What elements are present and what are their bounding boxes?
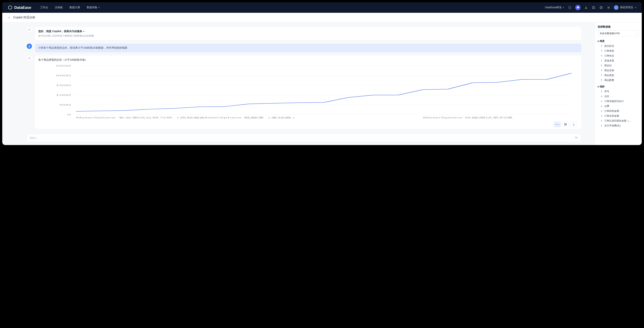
- brand-logo[interactable]: DataEase: [8, 5, 31, 10]
- field-label: 运费: [604, 104, 609, 108]
- metric-field[interactable]: #订单优惠折扣合计: [600, 100, 639, 103]
- help-icon[interactable]: [599, 6, 603, 10]
- svg-text:|MeterSphere 视频课（基础篇）: |MeterSphere 视频课（基础篇）: [200, 116, 298, 119]
- svg-point-9: [8, 17, 9, 18]
- number-type-icon: #: [600, 114, 603, 117]
- svg-point-1: [568, 6, 571, 9]
- svg-point-12: [9, 16, 9, 16]
- sidebar-title: 选择数据集: [598, 25, 639, 28]
- dataset-select-value: 未命名数据集0705: [600, 32, 620, 35]
- copilot-bot-icon[interactable]: [568, 6, 572, 10]
- dimension-field[interactable]: T订单状态: [600, 54, 639, 58]
- field-label: 支付手续费(出): [604, 124, 621, 127]
- user-query-text: 计算各个商品类型的总价，取结果大于100的前20条数据，并升序绘制折线图: [38, 46, 578, 50]
- text-type-icon: T: [600, 45, 603, 47]
- field-label: 订单类型: [604, 49, 614, 52]
- dimension-list: T真实姓名T订单类型T订单状态T渠道来源T商品IDT商品名称T商品类型T商品数量: [598, 44, 639, 82]
- svg-rect-19: [28, 57, 31, 59]
- nav-right: DataEase研发 ▼ 系统管理员: [545, 5, 636, 10]
- bot-chart-message: 各个商品类型的总价（大于100的前20条） 050010001500200025…: [27, 56, 581, 129]
- metrics-section-header[interactable]: ▾ 指标: [598, 85, 639, 88]
- greeting-hint: 您可以问我: 2020年各个销售部门销售额占比的饼图: [38, 34, 578, 38]
- dimensions-label: 维度: [600, 40, 604, 43]
- metric-field[interactable]: #支付手续费(出): [600, 124, 639, 127]
- chevron-down-icon: ⌄: [635, 32, 637, 34]
- dimension-field[interactable]: T渠道来源: [600, 59, 639, 62]
- app-window: DataEase 工作台 仪表板 数据大屏 数据准备 ▼ DataEase研发 …: [2, 2, 642, 145]
- metric-field[interactable]: #序号: [600, 90, 639, 93]
- text-type-icon: T: [600, 69, 603, 72]
- chat-input[interactable]: [30, 136, 575, 140]
- metrics-label: 指标: [600, 85, 604, 88]
- field-label: 商品名称: [604, 69, 614, 72]
- metric-field[interactable]: #订单已成功退款金额（...: [600, 119, 639, 122]
- org-name: DataEase研发: [545, 6, 562, 9]
- brand-name: DataEase: [14, 6, 31, 10]
- metric-list: #序号#总价#订单优惠折扣合计#运费#订单应收金额#订单实收金额#订单已成功退款…: [598, 90, 639, 127]
- caret-down-icon: ▾: [598, 85, 599, 88]
- line-chart: 05001000150020002500MeterSphere 专业测试云研习班…: [38, 64, 578, 120]
- dimensions-section-header[interactable]: ▾ 维度: [598, 40, 639, 43]
- nav-item-dataprep[interactable]: 数据准备 ▼: [87, 6, 100, 9]
- metric-field[interactable]: #订单实收金额: [600, 114, 639, 118]
- text-type-icon: T: [600, 59, 603, 62]
- subheader: Copilot 对话分析: [2, 13, 642, 22]
- sidebar-collapse-button[interactable]: ›: [594, 24, 597, 28]
- svg-point-7: [608, 7, 609, 8]
- svg-text:MeterSphere 性能测试系列课: MeterSphere 性能测试系列课: [423, 116, 513, 119]
- number-type-icon: #: [600, 90, 603, 93]
- svg-point-23: [29, 56, 30, 57]
- metric-field[interactable]: #总价: [600, 95, 639, 98]
- nav-item-datascreen[interactable]: 数据大屏: [70, 6, 80, 9]
- nav-item-dataprep-label: 数据准备: [87, 6, 97, 9]
- dimension-field[interactable]: T商品名称: [600, 69, 639, 72]
- svg-point-10: [9, 17, 10, 18]
- caret-down-icon: ▾: [598, 40, 599, 43]
- svg-point-6: [601, 8, 601, 8]
- field-label: 订单状态: [604, 54, 614, 58]
- briefcase-icon[interactable]: [592, 6, 596, 10]
- svg-point-21: [30, 58, 30, 58]
- svg-point-2: [569, 7, 570, 8]
- greeting-title: 您好，我是 Copilot，很高兴为你服务～: [38, 30, 578, 33]
- send-icon[interactable]: [575, 136, 578, 140]
- text-type-icon: T: [600, 79, 603, 82]
- svg-point-3: [570, 7, 570, 8]
- chart-type-button[interactable]: ▾: [554, 122, 560, 127]
- svg-text:2000: 2000: [56, 74, 71, 77]
- nav-item-dashboard[interactable]: 仪表板: [55, 6, 63, 9]
- metric-field[interactable]: #运费: [600, 104, 639, 108]
- user-menu[interactable]: 系统管理员 ▼: [614, 5, 636, 10]
- dimension-field[interactable]: T商品数量: [600, 78, 639, 82]
- metric-field[interactable]: #订单应收金额: [600, 109, 639, 113]
- brand-icon: [8, 5, 13, 10]
- gear-icon[interactable]: [606, 6, 610, 10]
- dimension-field[interactable]: T真实姓名: [600, 44, 639, 48]
- number-type-icon: #: [600, 95, 603, 98]
- svg-rect-39: [564, 124, 566, 125]
- chart-title: 各个商品类型的总价（大于100的前20条）: [38, 58, 578, 62]
- download-chart-button[interactable]: [570, 122, 577, 127]
- field-label: 渠道来源: [604, 59, 614, 62]
- user-name: 系统管理员: [620, 6, 633, 9]
- svg-text:1500: 1500: [56, 84, 71, 86]
- chart-toolbar: ▾: [38, 122, 578, 127]
- dataset-select[interactable]: 未命名数据集0705 ⌄: [598, 30, 639, 36]
- nav-items: 工作台 仪表板 数据大屏 数据准备 ▼: [40, 6, 100, 9]
- dimension-field[interactable]: T商品类型: [600, 74, 639, 77]
- download-icon[interactable]: [584, 6, 588, 10]
- svg-rect-13: [28, 29, 31, 30]
- text-type-icon: T: [600, 54, 603, 57]
- dimension-field[interactable]: T订单类型: [600, 49, 639, 52]
- dataset-sidebar: › 选择数据集 未命名数据集0705 ⌄ ▾ 维度 T真实姓名T订单类型T订单状…: [594, 22, 642, 145]
- nav-item-workspace[interactable]: 工作台: [40, 6, 48, 9]
- chevron-down-icon: ▼: [562, 6, 564, 9]
- dimension-field[interactable]: T商品ID: [600, 64, 639, 67]
- chat-icon[interactable]: [575, 5, 580, 10]
- org-switcher[interactable]: DataEase研发 ▼: [545, 6, 564, 9]
- table-view-button[interactable]: [562, 122, 569, 127]
- chevron-down-icon: ▼: [634, 6, 636, 9]
- avatar-icon: [614, 5, 618, 10]
- field-label: 订单已成功退款金额（...: [604, 119, 631, 122]
- field-label: 商品ID: [604, 64, 612, 67]
